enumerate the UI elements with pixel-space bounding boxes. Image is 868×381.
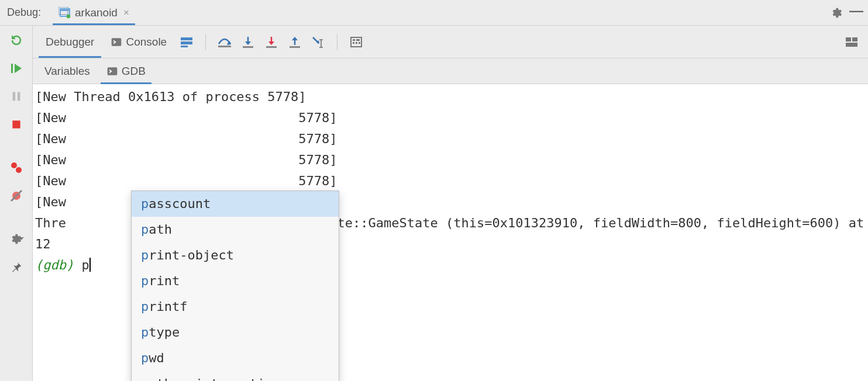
console-icon: [111, 36, 122, 48]
window-icon: [58, 7, 71, 19]
close-icon[interactable]: ×: [123, 7, 129, 19]
mute-breakpoints-button[interactable]: [8, 187, 25, 205]
subtab-variables[interactable]: Variables: [39, 59, 96, 84]
svg-rect-13: [181, 37, 192, 40]
tab-label: Console: [126, 36, 167, 49]
autocomplete-popup: passcountpathprint-objectprintprintfptyp…: [131, 190, 339, 381]
view-breakpoints-button[interactable]: [8, 159, 25, 176]
svg-rect-30: [356, 42, 357, 44]
pause-button[interactable]: [8, 88, 25, 105]
autocomplete-item[interactable]: passcount: [132, 191, 339, 217]
svg-rect-18: [243, 46, 253, 48]
autocomplete-item[interactable]: printf: [132, 294, 339, 320]
autocomplete-item[interactable]: path: [132, 217, 339, 243]
svg-rect-31: [359, 42, 360, 44]
autocomplete-item[interactable]: pwd: [132, 345, 339, 371]
step-into-button[interactable]: [237, 32, 259, 53]
subtab-gdb[interactable]: GDB: [101, 59, 151, 84]
svg-rect-6: [17, 92, 20, 101]
run-config-tab[interactable]: arkanoid ×: [53, 1, 135, 25]
svg-rect-20: [266, 46, 277, 48]
console-line: [New 5778]: [35, 150, 866, 171]
minimize-icon[interactable]: —: [849, 2, 863, 19]
console-line: [New 5778]: [35, 129, 866, 150]
svg-rect-35: [107, 67, 117, 75]
resume-button[interactable]: [8, 60, 25, 77]
svg-point-3: [67, 15, 70, 18]
evaluate-expression-button[interactable]: [346, 32, 367, 53]
svg-rect-34: [846, 43, 857, 47]
tab-debugger[interactable]: Debugger: [39, 26, 101, 58]
run-config-label: arkanoid: [75, 6, 118, 19]
svg-rect-16: [218, 46, 231, 47]
autocomplete-item[interactable]: print-object: [132, 243, 339, 268]
console-line: [New 5778]: [35, 171, 866, 192]
run-to-cursor-button[interactable]: [308, 32, 329, 53]
tab-label: Debugger: [46, 36, 94, 49]
autocomplete-item[interactable]: python-interactive: [132, 371, 339, 381]
gdb-prompt: (gdb): [35, 258, 81, 272]
autocomplete-item[interactable]: ptype: [132, 320, 339, 345]
pin-button[interactable]: [8, 258, 25, 276]
layout-settings-button[interactable]: [841, 32, 862, 53]
svg-rect-15: [181, 46, 188, 47]
console-line: [New Thread 0x1613 of process 5778]: [35, 86, 866, 108]
console-icon: [106, 65, 118, 77]
svg-rect-14: [181, 41, 192, 44]
threads-icon[interactable]: [176, 32, 197, 53]
gdb-console[interactable]: [New Thread 0x1613 of process 5778][New …: [33, 84, 868, 381]
settings-button[interactable]: [8, 230, 25, 248]
stop-button[interactable]: [8, 116, 25, 133]
tab-label: Variables: [44, 65, 90, 78]
svg-rect-33: [852, 37, 857, 41]
svg-rect-32: [846, 37, 851, 41]
panel-title: Debug:: [5, 6, 41, 19]
rerun-button[interactable]: [8, 32, 25, 49]
step-over-button[interactable]: [214, 32, 235, 53]
svg-rect-5: [12, 92, 15, 101]
svg-point-8: [11, 162, 17, 168]
svg-rect-12: [112, 38, 122, 46]
tab-label: GDB: [122, 65, 146, 78]
svg-rect-4: [11, 64, 13, 73]
step-out-button[interactable]: [284, 32, 305, 53]
svg-rect-27: [353, 39, 355, 41]
svg-rect-7: [12, 120, 20, 128]
svg-rect-29: [353, 42, 354, 44]
tab-console[interactable]: Console: [104, 26, 174, 58]
svg-rect-22: [290, 46, 300, 48]
force-step-into-button[interactable]: [261, 32, 282, 53]
svg-rect-28: [356, 39, 360, 41]
console-line: [New 5778]: [35, 108, 866, 129]
svg-point-9: [16, 167, 22, 173]
gear-icon[interactable]: [829, 6, 842, 19]
gdb-input[interactable]: p: [81, 258, 89, 272]
autocomplete-item[interactable]: print: [132, 268, 339, 294]
